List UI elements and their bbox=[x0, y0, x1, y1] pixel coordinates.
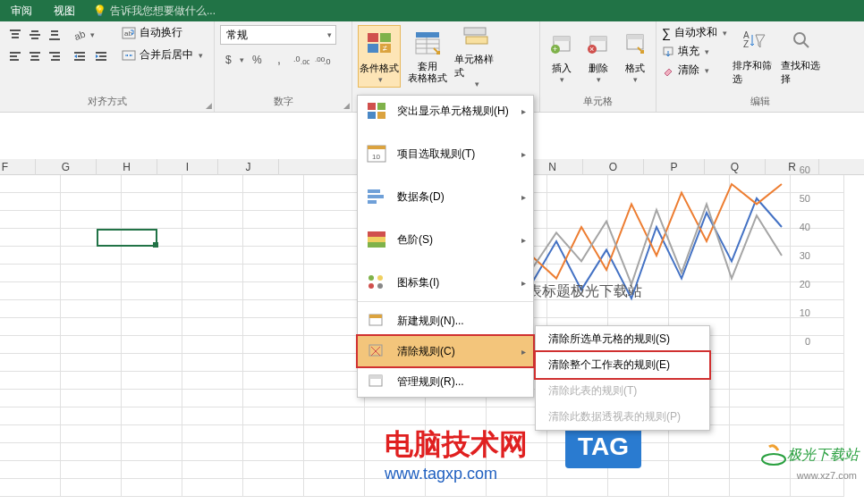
cell[interactable] bbox=[304, 372, 365, 390]
cell[interactable] bbox=[0, 175, 61, 193]
cell[interactable] bbox=[243, 336, 304, 354]
cell[interactable] bbox=[0, 372, 61, 390]
cell[interactable] bbox=[61, 336, 122, 354]
cell[interactable] bbox=[0, 265, 61, 282]
cell[interactable] bbox=[304, 247, 365, 265]
merge-center-button[interactable]: 合并后居中 ▾ bbox=[122, 47, 203, 63]
cell[interactable] bbox=[243, 372, 304, 390]
format-cells-button[interactable]: 格式▾ bbox=[619, 25, 650, 88]
cell[interactable] bbox=[182, 479, 243, 497]
cell[interactable] bbox=[243, 443, 304, 461]
clear-button[interactable]: 清除▾ bbox=[662, 63, 727, 78]
cell[interactable] bbox=[304, 479, 365, 497]
cell[interactable] bbox=[0, 443, 61, 461]
submenu-clear-selected[interactable]: 清除所选单元格的规则(S) bbox=[536, 326, 709, 352]
find-select-button[interactable]: 查找和选择 bbox=[781, 25, 824, 88]
column-header[interactable]: G bbox=[36, 159, 97, 175]
cell[interactable] bbox=[304, 318, 365, 336]
insert-cells-button[interactable]: + 插入▾ bbox=[546, 25, 577, 88]
dialog-launcher-icon[interactable]: ◢ bbox=[343, 101, 350, 110]
cell[interactable] bbox=[243, 193, 304, 211]
fill-button[interactable]: 填充▾ bbox=[662, 44, 727, 59]
cell[interactable] bbox=[122, 175, 182, 193]
cell[interactable] bbox=[365, 407, 426, 425]
cell[interactable] bbox=[122, 247, 182, 265]
cell[interactable] bbox=[304, 461, 365, 479]
cell[interactable] bbox=[122, 318, 182, 336]
cell[interactable] bbox=[0, 336, 61, 354]
column-header[interactable]: H bbox=[97, 159, 157, 175]
cell[interactable] bbox=[182, 300, 243, 318]
cell[interactable] bbox=[182, 282, 243, 300]
cell[interactable] bbox=[243, 211, 304, 229]
cell[interactable] bbox=[182, 425, 243, 443]
menu-highlight-rules[interactable]: 突出显示单元格规则(H) ▸ bbox=[358, 96, 533, 126]
cell[interactable] bbox=[61, 247, 122, 265]
cell[interactable] bbox=[243, 229, 304, 247]
increase-decimal-icon[interactable]: .0.00 bbox=[292, 50, 311, 70]
accounting-format-icon[interactable]: $▾ bbox=[220, 50, 247, 70]
number-format-combo[interactable]: 常规 bbox=[220, 25, 336, 45]
cell[interactable] bbox=[304, 211, 365, 229]
cell[interactable] bbox=[0, 193, 61, 211]
cell[interactable] bbox=[122, 211, 182, 229]
cell[interactable] bbox=[304, 193, 365, 211]
cell[interactable] bbox=[182, 229, 243, 247]
sort-filter-button[interactable]: AZ 排序和筛选 bbox=[733, 25, 775, 88]
cell[interactable] bbox=[61, 443, 122, 461]
cell[interactable] bbox=[182, 372, 243, 390]
cell[interactable] bbox=[122, 372, 182, 390]
cell[interactable] bbox=[61, 265, 122, 282]
cell-styles-button[interactable]: 单元格样式 ▾ bbox=[454, 25, 497, 88]
cell[interactable] bbox=[122, 390, 182, 407]
cell[interactable] bbox=[243, 479, 304, 497]
cell[interactable] bbox=[182, 407, 243, 425]
format-as-table-button[interactable]: 套用 表格格式 bbox=[406, 25, 449, 88]
cell[interactable] bbox=[182, 443, 243, 461]
cell[interactable] bbox=[122, 443, 182, 461]
menu-data-bars[interactable]: 数据条(D) ▸ bbox=[358, 181, 533, 212]
cell[interactable] bbox=[122, 265, 182, 282]
cell[interactable] bbox=[304, 265, 365, 282]
cell[interactable] bbox=[182, 193, 243, 211]
column-header[interactable]: I bbox=[157, 159, 218, 175]
cell[interactable] bbox=[182, 390, 243, 407]
cell[interactable] bbox=[243, 425, 304, 443]
menu-top-bottom-rules[interactable]: 10 项目选取规则(T) ▸ bbox=[358, 139, 533, 169]
cell[interactable] bbox=[182, 336, 243, 354]
autosum-button[interactable]: ∑ 自动求和▾ bbox=[662, 25, 727, 40]
menu-color-scales[interactable]: 色阶(S) ▸ bbox=[358, 224, 533, 255]
percent-icon[interactable]: % bbox=[249, 50, 268, 70]
cell[interactable] bbox=[0, 479, 61, 497]
cell[interactable] bbox=[304, 407, 365, 425]
cell[interactable] bbox=[122, 336, 182, 354]
cell[interactable] bbox=[122, 425, 182, 443]
cell[interactable] bbox=[243, 175, 304, 193]
cell[interactable] bbox=[61, 318, 122, 336]
cell[interactable] bbox=[0, 390, 61, 407]
cell[interactable] bbox=[61, 461, 122, 479]
cell[interactable] bbox=[304, 390, 365, 407]
cell[interactable] bbox=[243, 265, 304, 282]
cell[interactable] bbox=[182, 247, 243, 265]
cell[interactable] bbox=[182, 318, 243, 336]
cell[interactable] bbox=[0, 247, 61, 265]
cell[interactable] bbox=[182, 211, 243, 229]
menu-new-rule[interactable]: 新建规则(N)... bbox=[358, 306, 533, 336]
increase-indent-icon[interactable] bbox=[91, 46, 111, 66]
orientation-icon[interactable]: ab▾ bbox=[70, 25, 97, 45]
cell[interactable] bbox=[61, 425, 122, 443]
cell[interactable] bbox=[122, 479, 182, 497]
align-middle-icon[interactable] bbox=[25, 25, 45, 45]
column-header[interactable]: F bbox=[0, 159, 36, 175]
column-header[interactable]: J bbox=[218, 159, 279, 175]
delete-cells-button[interactable]: × 删除▾ bbox=[582, 25, 614, 88]
align-bottom-icon[interactable] bbox=[45, 25, 64, 45]
menu-icon-sets[interactable]: 图标集(I) ▸ bbox=[358, 267, 533, 298]
cell[interactable] bbox=[61, 282, 122, 300]
cell[interactable] bbox=[243, 461, 304, 479]
cell[interactable] bbox=[304, 300, 365, 318]
cell[interactable] bbox=[730, 479, 791, 497]
cell[interactable] bbox=[243, 282, 304, 300]
cell[interactable] bbox=[0, 407, 61, 425]
